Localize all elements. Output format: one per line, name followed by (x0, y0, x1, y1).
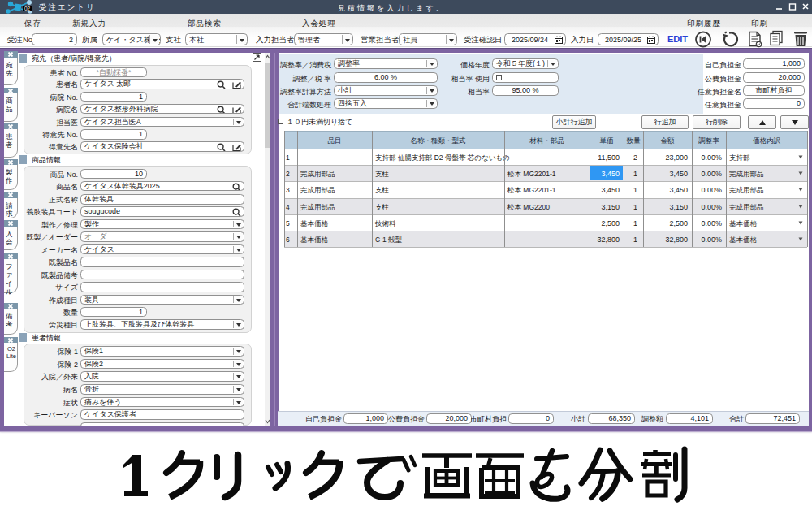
svg-text:02: 02 (24, 6, 31, 11)
